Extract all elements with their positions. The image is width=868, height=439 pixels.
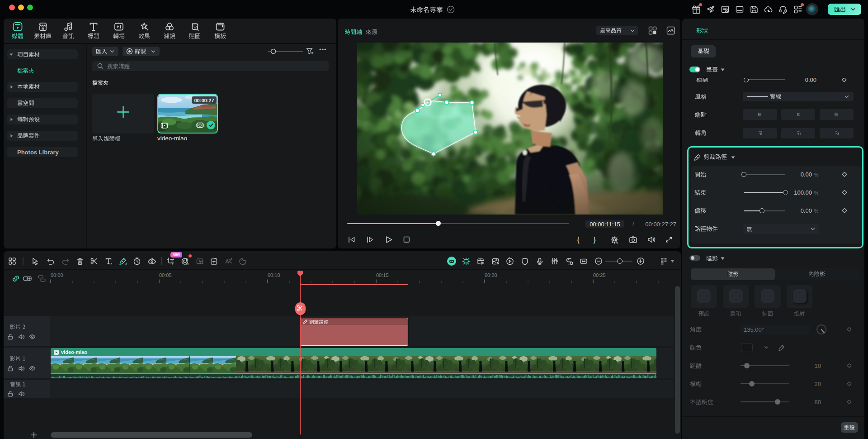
svg-text:AI: AI — [186, 262, 189, 265]
svg-text:AI: AI — [243, 262, 246, 265]
